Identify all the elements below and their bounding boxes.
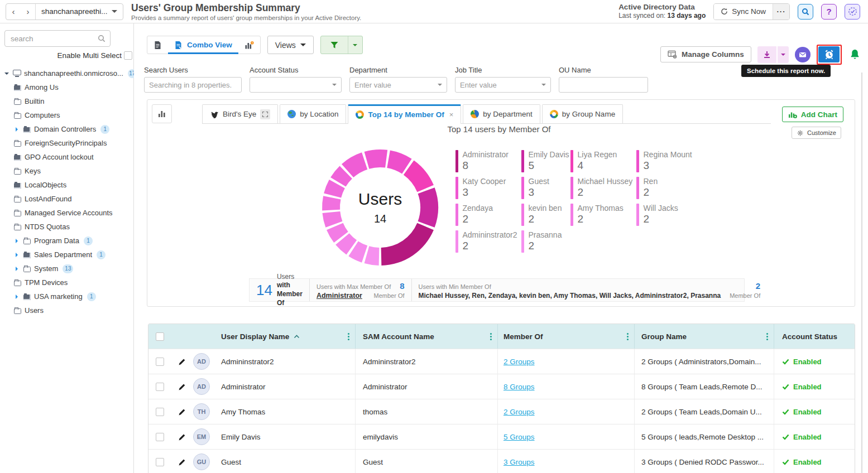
search-input[interactable]	[4, 30, 111, 47]
tree-item[interactable]: Computers	[0, 108, 133, 122]
legend-item[interactable]: Katy Cooper 3	[455, 177, 521, 199]
col-account-status[interactable]: Account Status	[782, 332, 837, 341]
tree-item[interactable]: TPM Devices	[0, 276, 133, 289]
legend-item[interactable]: Ren 2	[636, 177, 771, 199]
legend-item[interactable]: kevin ben 2	[521, 204, 570, 226]
edit-pencil-icon[interactable]	[178, 358, 186, 366]
tree-caret-icon[interactable]	[3, 70, 10, 77]
legend-item[interactable]: Admininstrator2 2	[455, 230, 521, 253]
download-options-button[interactable]	[776, 46, 789, 63]
multi-select-checkbox[interactable]	[124, 51, 132, 60]
filter-button[interactable]	[321, 36, 348, 54]
select-all-checkbox[interactable]	[156, 332, 164, 341]
tree-item[interactable]: NTDS Quotas	[0, 220, 133, 234]
tree-item[interactable]: Domain Controllers 1	[0, 122, 133, 136]
legend-item[interactable]: Amy Thomas 2	[570, 204, 636, 226]
tree-caret-icon[interactable]	[13, 126, 20, 133]
tree-item[interactable]: Builtin	[0, 94, 133, 108]
global-search-button[interactable]	[798, 4, 813, 20]
tree-item[interactable]: Users	[0, 303, 133, 317]
tree-caret-icon[interactable]	[13, 238, 20, 244]
scheduled-reports-button[interactable]	[845, 4, 860, 20]
tree-item[interactable]: shanchanapreethi.onmicroso... 17	[0, 66, 133, 80]
department-select[interactable]: Enter value	[349, 77, 447, 93]
tree-item[interactable]: GPO Account lockout	[0, 150, 133, 164]
tab-chart-view[interactable]	[238, 36, 260, 54]
manage-columns-button[interactable]: Manage Columns	[660, 46, 751, 62]
tree-item[interactable]: System 13	[0, 262, 133, 276]
edit-pencil-icon[interactable]	[178, 433, 186, 441]
member-of-link[interactable]: 2 Groups	[503, 358, 535, 366]
tree-item[interactable]: Among Us	[0, 80, 133, 94]
forward-icon[interactable]: ›	[21, 7, 35, 16]
views-dropdown[interactable]: Views	[267, 36, 314, 54]
legend-item[interactable]: Regina Mount 3	[636, 150, 771, 172]
tab-by-group-name[interactable]: by Group Name	[542, 104, 623, 123]
col-member-of[interactable]: Member Of	[503, 332, 543, 341]
tab-birds-eye[interactable]: Bird's Eye	[202, 104, 278, 123]
tab-by-location[interactable]: by Location	[280, 104, 346, 123]
search-users-input[interactable]	[144, 77, 242, 93]
tree-caret-icon[interactable]	[13, 266, 20, 272]
account-status-select[interactable]	[250, 77, 342, 93]
back-icon[interactable]: ‹	[6, 7, 21, 16]
help-button[interactable]: ?	[821, 4, 837, 20]
tree-item[interactable]: Keys	[0, 164, 133, 178]
col-sam-account-name[interactable]: SAM Account Name	[363, 332, 434, 341]
column-menu-icon[interactable]	[490, 332, 492, 341]
legend-item[interactable]: Prasanna 2	[521, 230, 570, 253]
tab-report-view[interactable]	[147, 36, 168, 54]
donut-chart[interactable]: Users 14	[318, 146, 442, 271]
member-of-link[interactable]: 2 Groups	[503, 408, 535, 416]
tree-item[interactable]: Managed Service Accounts	[0, 206, 133, 220]
donut-slice[interactable]	[365, 246, 380, 266]
tree-item[interactable]: Sales Department 1	[0, 248, 133, 262]
member-of-link[interactable]: 3 Groups	[503, 458, 535, 466]
row-checkbox[interactable]	[156, 358, 164, 366]
donut-slice[interactable]	[381, 223, 434, 266]
row-checkbox[interactable]	[156, 408, 164, 416]
download-button[interactable]	[757, 46, 776, 63]
donut-slice[interactable]	[322, 196, 341, 210]
row-checkbox[interactable]	[156, 433, 164, 441]
donut-slice[interactable]	[365, 149, 388, 169]
close-icon[interactable]: ×	[449, 110, 454, 119]
legend-item[interactable]: Will Jacks 2	[636, 204, 771, 226]
donut-slice[interactable]	[404, 160, 434, 192]
column-menu-icon[interactable]	[348, 332, 349, 341]
tree-caret-icon[interactable]	[13, 293, 20, 300]
edit-pencil-icon[interactable]	[178, 408, 186, 416]
legend-item[interactable]: Guest 3	[521, 177, 570, 199]
add-chart-button[interactable]: Add Chart	[782, 107, 843, 122]
donut-slice[interactable]	[418, 187, 438, 228]
tree-item[interactable]: USA marketing 1	[0, 289, 133, 303]
tab-by-department[interactable]: by Department	[463, 104, 540, 123]
tab-combo-view[interactable]: Combo View	[168, 36, 238, 54]
edit-pencil-icon[interactable]	[178, 383, 186, 391]
sync-more-button[interactable]: ···	[773, 4, 789, 20]
schedule-report-button[interactable]	[818, 46, 840, 62]
edit-pencil-icon[interactable]	[178, 458, 186, 466]
legend-item[interactable]: Liya Regen 4	[570, 150, 636, 172]
ou-name-input[interactable]	[559, 77, 648, 93]
tree-item[interactable]: LostAndFound	[0, 192, 133, 206]
filter-dropdown-button[interactable]	[348, 36, 362, 54]
job-title-select[interactable]: Enter value	[455, 77, 551, 93]
email-report-button[interactable]	[795, 47, 811, 62]
notifications-button[interactable]	[848, 47, 862, 62]
sort-asc-icon[interactable]	[294, 335, 300, 339]
row-checkbox[interactable]	[156, 383, 164, 391]
column-menu-icon[interactable]	[766, 332, 768, 341]
sync-now-button[interactable]: Sync Now	[714, 4, 773, 20]
col-user-display-name[interactable]: User Display Name	[221, 332, 289, 341]
legend-item[interactable]: Michael Hussey 2	[570, 177, 636, 199]
tree-item[interactable]: LocalObjects	[0, 178, 133, 192]
expand-icon[interactable]	[260, 109, 270, 119]
chart-list-button[interactable]	[152, 104, 172, 123]
member-of-link[interactable]: 8 Groups	[503, 383, 535, 391]
tree-item[interactable]: Program Data 1	[0, 234, 133, 248]
customize-button[interactable]: Customize	[792, 127, 841, 139]
legend-item[interactable]: Emily Davis 5	[521, 150, 570, 172]
legend-item[interactable]: Administrator 8	[455, 150, 521, 172]
max-memberof-user-link[interactable]: Administrator	[316, 292, 362, 300]
